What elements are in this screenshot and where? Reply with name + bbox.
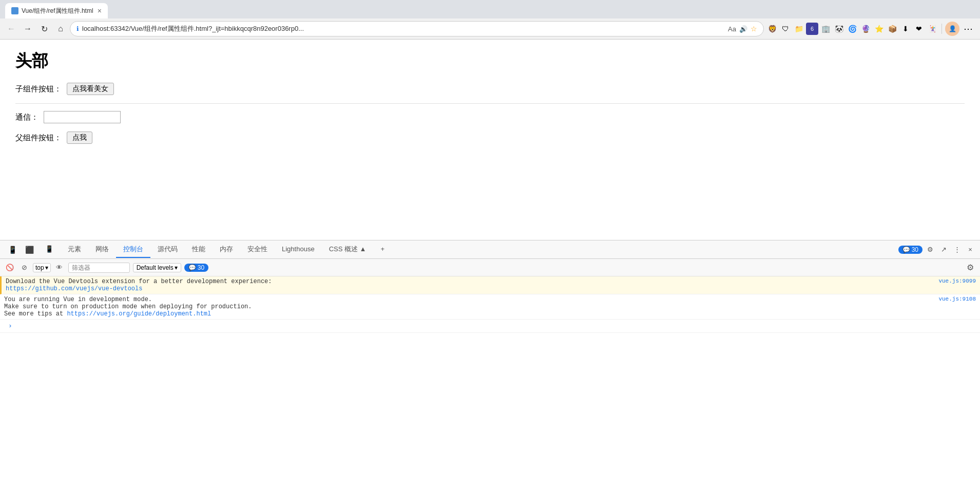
- tab-css-overview[interactable]: CSS 概述 ▲: [322, 241, 374, 258]
- tab-network[interactable]: 网络: [88, 241, 116, 258]
- tab-console[interactable]: 控制台: [116, 241, 150, 258]
- devtools-tabbar: 📱 ⬛ 📱 元素 网络 控制台 源代码 性能 内存 安全性 Lighthouse: [0, 240, 980, 259]
- ext-9[interactable]: ⭐: [873, 23, 885, 35]
- log-levels-selector[interactable]: Default levels ▾: [133, 263, 181, 272]
- comm-row: 通信：: [15, 111, 965, 123]
- ext-12[interactable]: ❤: [913, 23, 925, 35]
- tab-memory[interactable]: 内存: [213, 241, 240, 258]
- console-msg-3: ›: [0, 320, 980, 333]
- console-settings-btn[interactable]: ⚙: [965, 262, 976, 273]
- ext-10[interactable]: 📦: [886, 23, 898, 35]
- console-msg-2-text: You are running Vue in development mode.…: [4, 296, 938, 318]
- ext-7[interactable]: 🌀: [846, 23, 858, 35]
- tab-security[interactable]: 安全性: [240, 241, 275, 258]
- tab-performance[interactable]: 性能: [185, 241, 213, 258]
- console-source-2[interactable]: vue.js:9108: [938, 296, 976, 302]
- forward-button[interactable]: →: [21, 22, 35, 36]
- child-component-row: 子组件按钮： 点我看美女: [15, 83, 965, 95]
- ext-8[interactable]: 🔮: [859, 23, 872, 35]
- lock-icon: ℹ: [76, 25, 79, 32]
- message-badge: 💬 30: [898, 246, 923, 254]
- parent-btn[interactable]: 点我: [67, 132, 92, 144]
- favorites-icon[interactable]: ☆: [751, 25, 757, 33]
- devtools-panel: 📱 ⬛ 📱 元素 网络 控制台 源代码 性能 内存 安全性 Lighthouse: [0, 240, 980, 484]
- read-aloud-icon[interactable]: 🔊: [739, 25, 747, 33]
- devtools-more-btn[interactable]: ⋮: [951, 244, 963, 255]
- tab-title: Vue/组件/ref属性组件.html: [22, 7, 94, 15]
- extensions-bar: 🦁 🛡 📁 6 🏢 🐼 🌀 🔮 ⭐ 📦 ⬇ ❤ 🃏 👤 ⋯: [766, 22, 976, 36]
- toolbar-badge: 💬 30: [184, 264, 208, 272]
- ext-3[interactable]: 📁: [793, 23, 805, 35]
- context-selector[interactable]: top ▾: [33, 263, 51, 272]
- home-button[interactable]: ⌂: [53, 22, 68, 36]
- address-bar[interactable]: ℹ Aa 🔊 ☆: [70, 21, 764, 36]
- tab-elements[interactable]: 元素: [61, 241, 88, 258]
- ext-4[interactable]: 6: [806, 23, 818, 35]
- tab-add[interactable]: +: [373, 242, 392, 257]
- translate-icon[interactable]: Aa: [728, 25, 736, 33]
- active-tab[interactable]: Vue/组件/ref属性组件.html ×: [5, 3, 108, 18]
- toolbar-separator: [941, 24, 942, 34]
- tab-lighthouse[interactable]: Lighthouse: [275, 242, 322, 257]
- browser-chrome: Vue/组件/ref属性组件.html × ← → ↻ ⌂ ℹ Aa 🔊 ☆ 🦁…: [0, 0, 980, 40]
- console-expand-arrow[interactable]: ›: [4, 321, 16, 331]
- ext-11[interactable]: ⬇: [899, 23, 912, 35]
- child-label: 子组件按钮：: [15, 84, 62, 94]
- ext-13[interactable]: 🃏: [926, 23, 938, 35]
- nav-bar: ← → ↻ ⌂ ℹ Aa 🔊 ☆ 🦁 🛡 📁 6 🏢 🐼 🌀 🔮 ⭐ 📦 ⬇ ❤…: [0, 18, 980, 39]
- console-source-1[interactable]: vue.js:9099: [938, 278, 976, 284]
- ext-6[interactable]: 🐼: [833, 23, 845, 35]
- profile-button[interactable]: 👤: [945, 22, 959, 36]
- console-toolbar: 🚫 ⊘ top ▾ 👁 Default levels ▾ 💬 30 ⚙: [0, 259, 980, 276]
- divider: [15, 103, 965, 104]
- clear-console-btn[interactable]: 🚫: [4, 262, 15, 273]
- page-content: 头部 子组件按钮： 点我看美女 通信： 父组件按钮： 点我: [0, 40, 980, 240]
- page-title: 头部: [15, 50, 965, 72]
- eye-btn[interactable]: 👁: [54, 262, 65, 273]
- devtools-inspect-icon[interactable]: ⬛: [21, 243, 38, 257]
- address-input[interactable]: [82, 25, 725, 33]
- menu-button[interactable]: ⋯: [960, 22, 976, 35]
- parent-component-row: 父组件按钮： 点我: [15, 132, 965, 144]
- comm-input[interactable]: [44, 111, 121, 123]
- vue-devtools-link[interactable]: https://github.com/vuejs/vue-devtools: [6, 285, 142, 292]
- tab-close-button[interactable]: ×: [98, 7, 102, 15]
- devtools-close-btn[interactable]: ×: [965, 244, 976, 255]
- deployment-link[interactable]: https://vuejs.org/guide/deployment.html: [67, 310, 211, 318]
- no-issues-btn[interactable]: ⊘: [18, 262, 30, 273]
- back-button[interactable]: ←: [4, 22, 18, 36]
- console-msg-1-text: Download the Vue Devtools extension for …: [6, 278, 938, 292]
- filter-input[interactable]: [68, 263, 130, 273]
- reload-button[interactable]: ↻: [37, 22, 51, 36]
- ext-1[interactable]: 🦁: [766, 23, 778, 35]
- tab-welcome[interactable]: 📱: [38, 242, 61, 257]
- devtools-share-btn[interactable]: ↗: [938, 244, 949, 255]
- comm-label: 通信：: [15, 113, 39, 122]
- child-btn[interactable]: 点我看美女: [67, 83, 114, 95]
- devtools-device-icon[interactable]: 📱: [4, 243, 21, 257]
- tab-bar: Vue/组件/ref属性组件.html ×: [0, 0, 980, 18]
- console-empty-space: [0, 333, 980, 436]
- tab-favicon: [11, 7, 18, 14]
- console-msg-2: You are running Vue in development mode.…: [0, 294, 980, 320]
- parent-label: 父组件按钮：: [15, 133, 62, 143]
- ext-5[interactable]: 🏢: [819, 23, 832, 35]
- console-output: Download the Vue Devtools extension for …: [0, 276, 980, 484]
- ext-2[interactable]: 🛡: [779, 23, 792, 35]
- console-msg-1: Download the Vue Devtools extension for …: [0, 276, 980, 294]
- devtools-tabs-right: 💬 30 ⚙ ↗ ⋮ ×: [898, 244, 976, 255]
- devtools-settings-btn[interactable]: ⚙: [925, 244, 936, 255]
- tab-sources[interactable]: 源代码: [150, 241, 185, 258]
